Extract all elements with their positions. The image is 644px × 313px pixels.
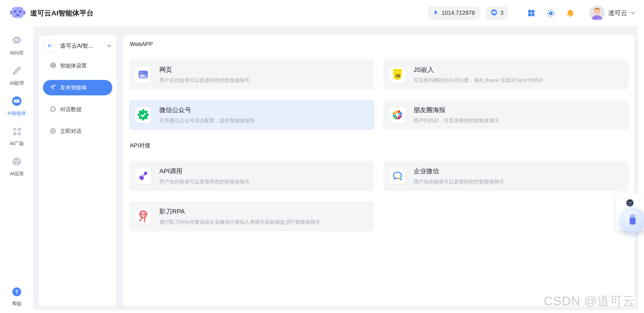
cube-icon bbox=[11, 156, 22, 169]
publish-channels-panel: WebAPP 网页 用户在此链接可以直接和您的智能体聊天 bbox=[123, 35, 635, 306]
question-circle-icon: ? bbox=[11, 286, 22, 299]
card-wecom[interactable]: 企业微信 用户在此链接可以直接和您的智能体聊天 bbox=[383, 161, 629, 191]
sidebar-item-label: 立即对话 bbox=[60, 128, 82, 135]
card-moments-poster[interactable]: 朋友圈海报 用户扫码后，可直接和您的智能体聊天 bbox=[383, 100, 629, 130]
bottom-strip bbox=[0, 310, 644, 313]
yingdao-rpa-icon bbox=[135, 209, 151, 224]
webapp-cards: 网页 用户在此链接可以直接和您的智能体聊天 JS JS嵌入 可添加到网站的任何位… bbox=[129, 59, 629, 130]
send-icon bbox=[50, 84, 56, 92]
wechat-moments-icon bbox=[389, 107, 405, 123]
card-desc: 用户在此链接可以直接和您的智能体聊天 bbox=[414, 179, 504, 185]
robot-icon bbox=[11, 95, 22, 108]
card-title: API调用 bbox=[159, 167, 250, 176]
sidebar-item-chat-now[interactable]: 立即对话 bbox=[43, 124, 112, 139]
arrow-left-icon bbox=[47, 42, 53, 49]
rail-item-ai-qa[interactable]: AI问答 bbox=[10, 35, 23, 56]
chevron-down-icon[interactable] bbox=[630, 10, 635, 16]
svg-text:?: ? bbox=[15, 289, 18, 295]
sidebar-item-agent-settings[interactable]: 智能体设置 bbox=[43, 58, 112, 74]
usb-drive-icon bbox=[626, 213, 639, 227]
apps-grid-icon[interactable] bbox=[526, 8, 536, 18]
rail-item-label: AI广场 bbox=[10, 141, 23, 147]
card-js-embed[interactable]: JS JS嵌入 可添加到网站的任何位置，将此 iframe 添加到 html 代… bbox=[383, 59, 629, 90]
scrollbar-track[interactable] bbox=[638, 26, 644, 313]
card-desc: 通过影刀RPA在微信或企业微信中模拟人类操作鼠标键盘进行智能体聊天 bbox=[159, 219, 320, 225]
card-title: 朋友圈海报 bbox=[414, 106, 499, 115]
card-desc: 可添加到网站的任何位置，将此 iframe 添加到 html 代码中 bbox=[414, 77, 543, 84]
rail-item-help[interactable]: ? 帮助 bbox=[11, 286, 22, 307]
agent-count-value: 3 bbox=[500, 10, 503, 16]
card-desc: 用户扫码后，可直接和您的智能体聊天 bbox=[414, 118, 499, 124]
card-title: JS嵌入 bbox=[414, 65, 543, 74]
user-name[interactable]: 道可云 bbox=[608, 9, 627, 17]
sidebar-item-label: 发布智能体 bbox=[60, 84, 87, 91]
chat-lines-icon bbox=[50, 128, 56, 135]
chat-bubble-icon bbox=[11, 35, 22, 48]
card-title: 影刀RPA bbox=[159, 207, 320, 216]
rail-item-label: AI问答 bbox=[10, 50, 23, 56]
card-title: 网页 bbox=[159, 65, 250, 74]
card-desc: 可在微信公众号后台配置，提供智能体服务 bbox=[159, 118, 255, 124]
credits-pill[interactable]: 1014.712978 bbox=[428, 6, 479, 20]
sidebar-item-label: 对话数据 bbox=[60, 106, 82, 113]
rail-item-label: 帮助 bbox=[12, 301, 21, 307]
wechat-official-badge-icon bbox=[135, 107, 151, 123]
svg-text:JS: JS bbox=[395, 73, 400, 78]
agent-count-pill[interactable]: 3 bbox=[486, 6, 508, 20]
agent-sidebar: 道可云AI智... 智能体设置 发布智能体 对话数据 bbox=[39, 35, 116, 306]
section-heading-api: API对接 bbox=[130, 142, 628, 149]
card-desc: 用户在此链接可以直接和您的智能体聊天 bbox=[159, 179, 250, 185]
left-rail: AI问答 AI助理 AI智能体 AI广场 bbox=[0, 26, 34, 313]
avatar[interactable] bbox=[589, 5, 605, 21]
sidebar-item-publish-agent[interactable]: 发布智能体 bbox=[43, 80, 112, 95]
grid-dots-icon bbox=[11, 126, 22, 138]
section-heading-webapp: WebAPP bbox=[130, 41, 628, 48]
page-title: 道可云AI智能体平台 bbox=[30, 8, 94, 18]
chat-dots-icon bbox=[50, 106, 56, 114]
card-api-call[interactable]: API调用 用户在此链接可以直接和您的智能体聊天 bbox=[129, 161, 374, 191]
rail-item-ai-plaza[interactable]: AI广场 bbox=[10, 126, 23, 147]
api-plug-icon bbox=[135, 168, 151, 184]
card-wechat-official[interactable]: 微信公众号 可在微信公众号后台配置，提供智能体服务 bbox=[129, 100, 374, 130]
card-title: 企业微信 bbox=[414, 167, 504, 176]
javascript-shield-icon: JS bbox=[389, 67, 405, 83]
theme-sun-icon[interactable] bbox=[546, 8, 556, 18]
card-yingdao-rpa[interactable]: 影刀RPA 通过影刀RPA在微信或企业微信中模拟人类操作鼠标键盘进行智能体聊天 bbox=[129, 201, 374, 231]
agent-name: 道可云AI智... bbox=[60, 42, 93, 50]
card-web-page[interactable]: 网页 用户在此链接可以直接和您的智能体聊天 bbox=[129, 59, 374, 90]
rail-item-label: AI应用 bbox=[10, 171, 23, 177]
pen-icon bbox=[11, 65, 22, 78]
sidebar-item-label: 智能体设置 bbox=[60, 62, 87, 70]
rail-item-label: AI智能体 bbox=[7, 110, 26, 117]
rail-item-ai-assistant[interactable]: AI助理 bbox=[10, 65, 23, 86]
api-cards: API调用 用户在此链接可以直接和您的智能体聊天 企业微信 用户在此链接可以直接… bbox=[129, 161, 629, 231]
agent-switcher[interactable]: 道可云AI智... bbox=[44, 39, 112, 53]
back-button[interactable] bbox=[44, 40, 56, 52]
platform-logo-robot-icon bbox=[10, 6, 25, 20]
lightning-icon bbox=[433, 9, 439, 18]
gear-icon bbox=[50, 62, 56, 70]
topbar-actions: 1014.712978 3 bbox=[428, 5, 635, 21]
wecom-icon bbox=[389, 168, 405, 184]
sidebar-item-chat-data[interactable]: 对话数据 bbox=[43, 102, 112, 117]
rail-item-label: AI助理 bbox=[10, 80, 23, 86]
robot-coin-icon bbox=[490, 9, 498, 18]
rail-item-ai-apps[interactable]: AI应用 bbox=[10, 156, 23, 177]
browser-window-icon bbox=[135, 67, 151, 83]
brand: 道可云AI智能体平台 bbox=[10, 6, 94, 20]
card-title: 微信公众号 bbox=[159, 106, 255, 115]
usb-assistant-badge[interactable] bbox=[620, 208, 644, 233]
rail-item-ai-agent[interactable]: AI智能体 bbox=[7, 95, 26, 117]
card-desc: 用户在此链接可以直接和您的智能体聊天 bbox=[159, 77, 250, 84]
notification-bell-icon[interactable] bbox=[565, 8, 575, 18]
credits-value: 1014.712978 bbox=[441, 10, 475, 16]
chevron-down-icon[interactable] bbox=[107, 43, 112, 48]
topbar: 道可云AI智能体平台 1014.712978 3 bbox=[0, 0, 644, 26]
